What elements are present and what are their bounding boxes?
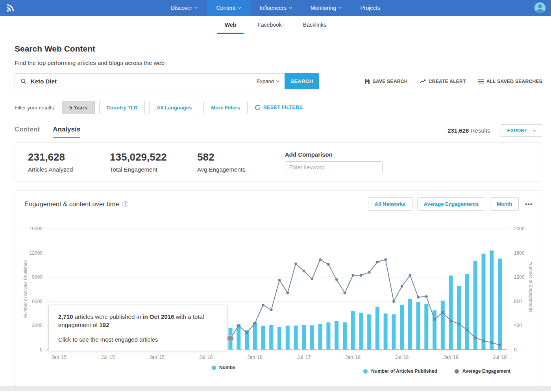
articles-bar[interactable] <box>457 286 461 350</box>
engagement-point[interactable] <box>417 296 420 299</box>
engagement-point[interactable] <box>474 337 477 339</box>
refresh-icon <box>255 105 261 111</box>
nav-item-projects[interactable]: Projects <box>351 0 390 16</box>
save-search-button[interactable]: SAVE SEARCH <box>364 79 408 84</box>
engagement-point[interactable] <box>392 300 395 303</box>
engagement-point[interactable] <box>351 274 354 277</box>
export-button[interactable]: EXPORT <box>501 124 542 137</box>
engagement-point[interactable] <box>441 311 444 314</box>
engagement-point[interactable] <box>237 324 240 327</box>
search-input[interactable] <box>31 78 257 85</box>
engagement-chart: 0300060009000120001500004008001200160020… <box>15 217 542 386</box>
engagement-point[interactable] <box>449 320 452 322</box>
engagement-point[interactable] <box>376 261 379 263</box>
expand-toggle[interactable]: Expand <box>257 78 279 84</box>
engagement-point[interactable] <box>490 341 493 344</box>
engagement-point[interactable] <box>401 285 403 288</box>
engagement-point[interactable] <box>466 329 469 331</box>
nav-item-content[interactable]: Content <box>207 0 250 16</box>
engagement-point[interactable] <box>384 258 387 261</box>
nav-item-influencers[interactable]: Influencers <box>250 0 301 16</box>
engagement-point[interactable] <box>344 292 346 294</box>
filter-chip-date-range[interactable]: 5 Years <box>62 101 94 114</box>
filter-chip-more-filters[interactable]: More Filters <box>203 101 248 114</box>
comparison-keyword-input[interactable] <box>285 161 383 173</box>
articles-bar[interactable] <box>400 305 404 350</box>
engagement-point[interactable] <box>482 340 485 342</box>
engagement-point[interactable] <box>319 258 322 261</box>
articles-bar[interactable] <box>269 325 273 350</box>
engagement-point[interactable] <box>286 292 289 294</box>
results-count-word: Results <box>471 127 490 134</box>
tab-web[interactable]: Web <box>214 16 247 34</box>
articles-bar[interactable] <box>490 250 494 350</box>
tooltip-engagement-value: 192 <box>99 322 109 328</box>
more-options-icon[interactable]: ••• <box>525 201 533 207</box>
articles-bar[interactable] <box>416 302 420 350</box>
tab-content-results[interactable]: Content <box>15 126 40 138</box>
tab-backlinks[interactable]: Backlinks <box>292 16 337 34</box>
all-saved-searches-button[interactable]: ALL SAVED SEARCHES <box>478 79 542 84</box>
articles-bar[interactable] <box>302 325 306 350</box>
engagement-point[interactable] <box>335 278 338 281</box>
engagement-point[interactable] <box>425 295 428 298</box>
engagement-point[interactable] <box>368 271 371 274</box>
x-axis-label: Jul '18 <box>395 355 409 360</box>
month-button[interactable]: Month <box>490 197 519 211</box>
articles-bar[interactable] <box>384 314 388 350</box>
articles-bar[interactable] <box>465 274 469 350</box>
engagement-point[interactable] <box>433 318 436 321</box>
articles-bar[interactable] <box>424 304 428 350</box>
engagement-point[interactable] <box>294 263 297 265</box>
highlighted-point[interactable] <box>227 335 233 341</box>
articles-bar[interactable] <box>310 325 314 350</box>
brand-logo-icon[interactable] <box>5 2 16 13</box>
articles-bar[interactable] <box>482 254 486 350</box>
all-networks-button[interactable]: All Networks <box>368 197 412 211</box>
articles-bar[interactable] <box>359 313 363 350</box>
articles-bar[interactable] <box>277 327 281 350</box>
articles-bar[interactable] <box>392 314 396 350</box>
articles-bar[interactable] <box>335 321 338 350</box>
articles-bar[interactable] <box>498 259 502 350</box>
reset-filters-button[interactable]: RESET FILTERS <box>255 105 303 111</box>
filter-chip-languages[interactable]: All Languages <box>149 101 199 114</box>
filter-chip-country-tld[interactable]: Country TLD <box>99 101 145 114</box>
engagement-point[interactable] <box>327 263 330 266</box>
articles-bar[interactable] <box>351 311 355 350</box>
engagement-point[interactable] <box>278 279 281 282</box>
average-engagements-button[interactable]: Average Engagements <box>417 197 486 211</box>
engagement-point[interactable] <box>360 274 362 277</box>
engagement-point[interactable] <box>458 322 460 325</box>
articles-bar[interactable] <box>343 322 347 350</box>
engagement-point[interactable] <box>311 277 314 280</box>
articles-bar[interactable] <box>326 322 330 350</box>
chart-tooltip[interactable]: 2,710 articles were published in in Oct … <box>48 305 227 351</box>
articles-bar[interactable] <box>375 307 379 350</box>
create-alert-button[interactable]: CREATE ALERT <box>420 79 466 84</box>
articles-bar[interactable] <box>286 325 290 350</box>
user-avatar[interactable] <box>534 2 545 13</box>
engagement-point[interactable] <box>409 274 411 277</box>
engagement-point[interactable] <box>246 331 248 334</box>
articles-bar[interactable] <box>261 326 265 350</box>
engagement-point[interactable] <box>262 304 264 307</box>
nav-item-discover[interactable]: Discover <box>161 0 207 16</box>
articles-bar[interactable] <box>441 301 445 350</box>
articles-bar[interactable] <box>408 299 412 350</box>
tab-facebook[interactable]: Facebook <box>247 16 292 34</box>
engagement-point[interactable] <box>499 344 501 346</box>
page-subtitle: Find the top performing articles and blo… <box>15 59 542 66</box>
articles-bar[interactable] <box>449 276 453 350</box>
engagement-point[interactable] <box>253 322 256 325</box>
articles-bar[interactable] <box>294 325 298 350</box>
info-icon[interactable]: i <box>122 201 128 207</box>
engagement-point[interactable] <box>270 309 273 311</box>
articles-bar[interactable] <box>318 324 322 350</box>
search-button[interactable]: SEARCH <box>285 73 319 89</box>
nav-item-monitoring[interactable]: Monitoring <box>301 0 351 16</box>
articles-bar[interactable] <box>253 322 257 350</box>
engagement-point[interactable] <box>303 270 305 272</box>
articles-bar[interactable] <box>367 314 371 350</box>
tab-analysis[interactable]: Analysis <box>53 126 80 138</box>
